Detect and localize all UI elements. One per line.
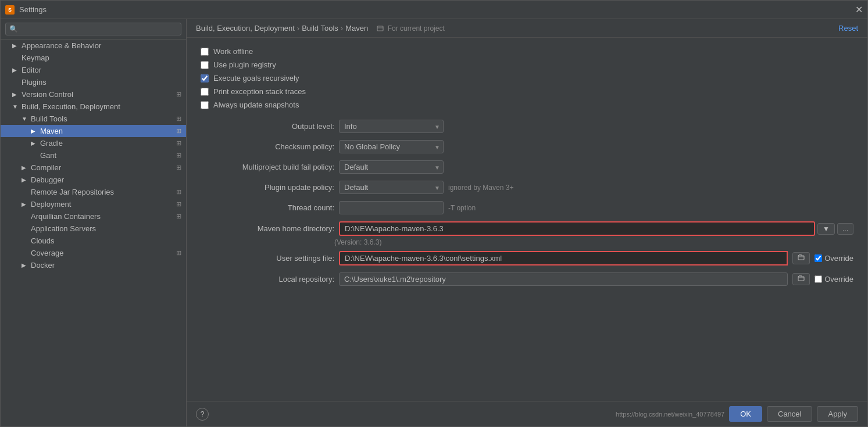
plugin-update-policy-label: Plugin update policy: — [201, 183, 334, 192]
search-box — [1, 19, 186, 40]
help-button[interactable]: ? — [196, 408, 209, 421]
expand-arrow: ▶ — [22, 177, 28, 183]
sidebar-item-app-servers[interactable]: Application Servers — [1, 223, 186, 235]
output-level-select[interactable]: Info Debug Warn Error — [339, 120, 444, 133]
sidebar-item-appearance[interactable]: ▶ Appearance & Behavior — [1, 40, 186, 52]
sidebar-item-label: Debugger — [31, 175, 181, 184]
expand-arrow: ▶ — [12, 42, 19, 49]
always-update-label: Always update snapshots — [213, 101, 299, 109]
maven-home-label: Maven home directory: — [201, 224, 334, 233]
copy-icon: ⊞ — [176, 164, 181, 171]
checksum-policy-select[interactable]: No Global Policy Fail Warn Ignore — [339, 140, 444, 153]
copy-icon: ⊞ — [176, 127, 181, 135]
multiproject-policy-select[interactable]: Default AT_END NEVER — [339, 160, 444, 174]
user-settings-label: User settings file: — [201, 254, 334, 263]
maven-home-browse-btn[interactable]: ... — [837, 223, 853, 235]
local-repo-browse-btn[interactable] — [792, 273, 810, 285]
execute-goals-checkbox[interactable] — [201, 74, 209, 82]
checkbox-print-exception: Print exception stack traces — [201, 87, 853, 96]
work-offline-checkbox[interactable] — [201, 48, 209, 56]
always-update-checkbox[interactable] — [201, 101, 209, 109]
thread-count-label: Thread count: — [201, 203, 334, 212]
work-offline-label: Work offline — [213, 47, 253, 56]
sidebar-item-label: Plugins — [22, 78, 181, 87]
maven-home-input[interactable] — [339, 221, 815, 236]
bottom-bar: ? https://blog.csdn.net/weixin_40778497 … — [187, 401, 867, 426]
multiproject-policy-label: Multiproject build fail policy: — [201, 163, 334, 171]
thread-count-input[interactable] — [339, 201, 444, 214]
execute-goals-label: Execute goals recursively — [213, 74, 299, 82]
maven-home-input-area: ▼ ... — [339, 221, 853, 236]
sidebar-item-version-control[interactable]: ▶ Version Control ⊞ — [1, 88, 186, 101]
ok-button[interactable]: OK — [729, 406, 762, 422]
breadcrumb-sep1: › — [297, 24, 299, 33]
user-settings-browse-btn[interactable] — [792, 252, 810, 264]
maven-home-dropdown-btn[interactable]: ▼ — [817, 223, 835, 235]
sidebar-item-label: Arquillian Containers — [31, 212, 174, 221]
sidebar-item-deployment[interactable]: ▶ Deployment ⊞ — [1, 198, 186, 210]
print-exception-checkbox[interactable] — [201, 88, 209, 96]
settings-window: S Settings ✕ ▶ Appearance & Behavior Key… — [0, 0, 868, 427]
sidebar-item-gant[interactable]: Gant ⊞ — [1, 149, 186, 162]
sidebar-item-debugger[interactable]: ▶ Debugger — [1, 174, 186, 186]
sidebar-item-label: Gant — [40, 151, 174, 160]
local-repo-input[interactable] — [339, 272, 788, 286]
user-settings-row: User settings file: Override — [201, 251, 853, 265]
user-settings-override: Override — [815, 254, 853, 263]
cancel-button[interactable]: Cancel — [767, 406, 812, 422]
sidebar-item-docker[interactable]: ▶ Docker — [1, 259, 186, 271]
sidebar-item-label: Build, Execution, Deployment — [22, 102, 181, 111]
sidebar-item-label: Coverage — [31, 249, 174, 257]
sidebar-item-keymap[interactable]: Keymap — [1, 52, 186, 64]
reset-button[interactable]: Reset — [838, 24, 858, 33]
sidebar-item-remote-jar[interactable]: Remote Jar Repositories ⊞ — [1, 186, 186, 198]
sidebar-item-build-tools[interactable]: ▼ Build Tools ⊞ — [1, 113, 186, 125]
thread-count-row: Thread count: -T option — [201, 201, 853, 214]
copy-icon: ⊞ — [176, 200, 181, 208]
expand-arrow: ▶ — [31, 140, 38, 146]
sidebar-item-label: Clouds — [31, 236, 181, 245]
svg-rect-2 — [798, 277, 804, 281]
sidebar: ▶ Appearance & Behavior Keymap ▶ Editor … — [1, 19, 187, 426]
sidebar-item-label: Remote Jar Repositories — [31, 188, 174, 196]
sidebar-item-plugins[interactable]: Plugins — [1, 76, 186, 88]
for-current-project: For current project — [377, 24, 444, 33]
sidebar-item-build-exec[interactable]: ▼ Build, Execution, Deployment — [1, 101, 186, 113]
copy-icon: ⊞ — [176, 152, 181, 159]
expand-arrow: ▶ — [22, 164, 28, 171]
close-icon[interactable]: ✕ — [855, 5, 863, 15]
output-level-label: Output level: — [201, 122, 334, 131]
folder-icon — [798, 254, 805, 261]
expand-arrow: ▶ — [12, 91, 19, 98]
checkbox-always-update: Always update snapshots — [201, 101, 853, 109]
expand-arrow: ▶ — [22, 201, 28, 207]
settings-panel: Work offline Use plugin registry Execute… — [187, 38, 867, 401]
use-plugin-registry-label: Use plugin registry — [213, 60, 276, 69]
sidebar-item-clouds[interactable]: Clouds — [1, 235, 186, 247]
sidebar-item-label: Editor — [22, 66, 181, 74]
breadcrumb-part1: Build, Execution, Deployment — [196, 24, 295, 33]
search-input[interactable] — [5, 23, 181, 35]
maven-home-row: Maven home directory: ▼ ... — [201, 221, 853, 236]
checkbox-use-plugin-registry: Use plugin registry — [201, 60, 853, 69]
bottom-bar-left: ? — [196, 408, 611, 421]
local-repo-override-checkbox[interactable] — [815, 275, 822, 283]
checkbox-execute-goals: Execute goals recursively — [201, 74, 853, 82]
sidebar-item-coverage[interactable]: Coverage ⊞ — [1, 247, 186, 259]
sidebar-item-arquillian[interactable]: Arquillian Containers ⊞ — [1, 210, 186, 223]
copy-icon: ⊞ — [176, 213, 181, 220]
checkbox-work-offline: Work offline — [201, 47, 853, 56]
maven-version-hint: (Version: 3.6.3) — [334, 238, 853, 246]
user-settings-input[interactable] — [339, 251, 788, 265]
apply-button[interactable]: Apply — [817, 406, 858, 422]
sidebar-item-gradle[interactable]: ▶ Gradle ⊞ — [1, 137, 186, 149]
title-bar-left: S Settings — [5, 5, 47, 15]
plugin-update-policy-select[interactable]: Default Always Never — [339, 181, 444, 194]
use-plugin-registry-checkbox[interactable] — [201, 61, 209, 69]
sidebar-item-editor[interactable]: ▶ Editor — [1, 64, 186, 76]
user-settings-override-checkbox[interactable] — [815, 254, 822, 262]
plugin-update-policy-row: Plugin update policy: Default Always Nev… — [201, 181, 853, 194]
checksum-policy-row: Checksum policy: No Global Policy Fail W… — [201, 140, 853, 153]
sidebar-item-compiler[interactable]: ▶ Compiler ⊞ — [1, 162, 186, 174]
sidebar-item-maven[interactable]: ▶ Maven ⊞ — [1, 125, 186, 137]
